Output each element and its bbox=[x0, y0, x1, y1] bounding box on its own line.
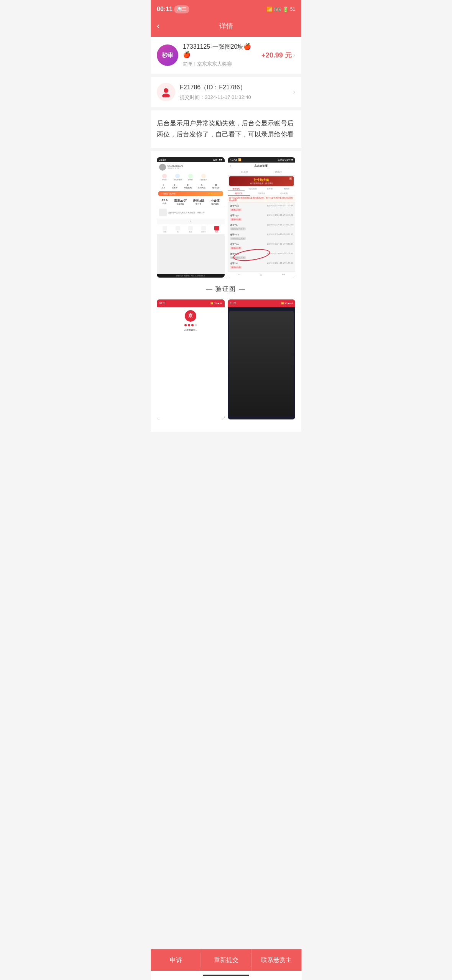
day-label: 周三 bbox=[174, 5, 189, 13]
user-info: F21786（ID：F21786） 提交时间：2024-11-17 01:32:… bbox=[180, 84, 289, 101]
task-title: 17331125-一张图20块🍎🍎 bbox=[183, 43, 257, 58]
task-amount: +20.99 元 bbox=[261, 51, 292, 60]
page-title: 详情 bbox=[219, 21, 233, 31]
signal-icon: 📶 bbox=[266, 7, 273, 12]
status-bar: 00:11 周三 📶 5G 🔋 51 bbox=[151, 0, 301, 17]
network-icon: 5G bbox=[274, 7, 281, 12]
task-avatar: 秒审 bbox=[157, 44, 178, 66]
description-card: 后台显示用户异常奖励失效，后台会显示账号后两位，后台发你了，自己看下，可以录屏给… bbox=[151, 110, 301, 148]
verification-title: — 验证图 — bbox=[157, 278, 295, 299]
task-chevron-icon: › bbox=[293, 52, 295, 59]
status-time: 00:11 周三 bbox=[157, 5, 189, 13]
user-card[interactable]: F21786（ID：F21786） 提交时间：2024-11-17 01:32:… bbox=[151, 77, 301, 107]
task-subtitle: 简单 I 京东东东大奖赛 bbox=[183, 61, 257, 67]
user-chevron-icon: › bbox=[293, 89, 295, 95]
svg-point-1 bbox=[162, 94, 170, 97]
task-card[interactable]: 秒审 17331125-一张图20块🍎🍎 简单 I 京东东东大奖赛 +20.99… bbox=[151, 37, 301, 74]
user-avatar bbox=[157, 83, 175, 101]
back-button[interactable]: ‹ bbox=[157, 21, 159, 31]
user-name: F21786（ID：F21786） bbox=[180, 84, 289, 92]
verify-image-left[interactable]: 01:31 📶 5G ■ 44 京 bbox=[157, 299, 225, 420]
task-amount-wrap: +20.99 元 › bbox=[261, 51, 295, 60]
svg-point-0 bbox=[164, 88, 168, 93]
task-info: 17331125-一张图20块🍎🍎 简单 I 京东东东大奖赛 bbox=[183, 43, 257, 67]
nav-bar: ‹ 详情 bbox=[151, 17, 301, 37]
description-text: 后台显示用户异常奖励失效，后台会显示账号后两位，后台发你了，自己看下，可以录屏给… bbox=[157, 118, 295, 140]
content-area: 秒审 17331125-一张图20块🍎🍎 简单 I 京东东东大奖赛 +20.99… bbox=[151, 37, 301, 473]
user-submit-time: 提交时间：2024-11-17 01:32:40 bbox=[180, 94, 289, 101]
screenshot-left[interactable]: 23:10 WiFi ■■ 58vm9kx16k2sg'1 普通会员 · 去买买… bbox=[157, 157, 225, 278]
verification-images: 01:31 📶 5G ■ 44 京 bbox=[157, 299, 295, 426]
verify-image-right[interactable]: 01:31 📶 5G ■ 44 bbox=[228, 299, 296, 420]
screenshots-section: 23:10 WiFi ■■ 58vm9kx16k2sg'1 普通会员 · 去买买… bbox=[151, 151, 301, 432]
battery-icon: 🔋 bbox=[283, 7, 289, 12]
screenshots-grid: 23:10 WiFi ■■ 58vm9kx16k2sg'1 普通会员 · 去买买… bbox=[157, 157, 295, 278]
status-icons: 📶 5G 🔋 51 bbox=[266, 7, 295, 12]
battery-level: 51 bbox=[290, 7, 295, 12]
screenshot-right[interactable]: 4.1K/s 📶 23:09 33% ■ ‹ 东东大奖赛 ··· 社牛榜 晒购榜 bbox=[228, 157, 296, 278]
